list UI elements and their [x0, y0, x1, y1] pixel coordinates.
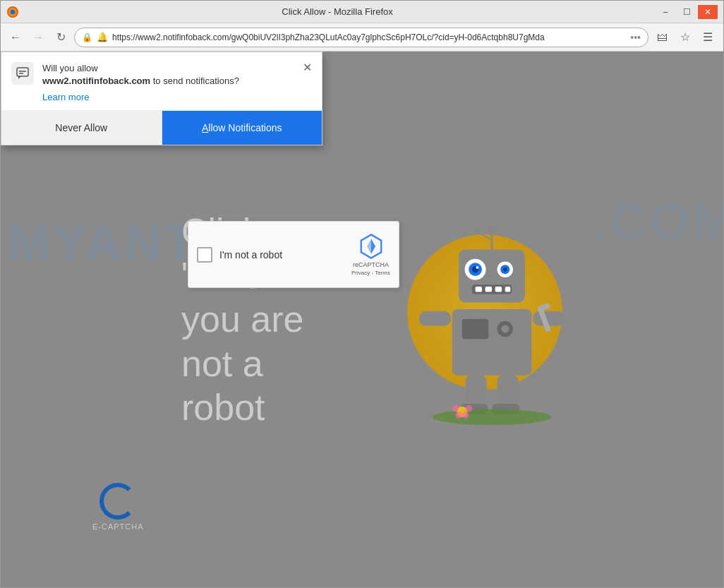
svg-point-11 [476, 266, 478, 269]
recaptcha-links: Privacy - Terms [351, 270, 390, 276]
popup-header: Will you allow www2.notifinfoback.com to… [1, 52, 322, 110]
bookmark-button[interactable]: ☆ [675, 28, 695, 47]
url-text: https://www2.notifinfoback.com/gwQ0biUV2… [112, 32, 626, 42]
svg-rect-29 [497, 376, 518, 409]
svg-rect-27 [538, 303, 550, 312]
address-bar: ← → ↻ 🔒 🔔 https://www2.notifinfoback.com… [1, 23, 723, 52]
svg-point-14 [503, 268, 507, 272]
recaptcha-brand-text: reCAPTCHA [353, 261, 389, 268]
notification-icon: 🔔 [97, 32, 108, 42]
svg-rect-38 [17, 68, 28, 76]
svg-rect-20 [452, 309, 532, 376]
popup-text-area: Will you allow www2.notifinfoback.com to… [42, 62, 312, 103]
svg-rect-16 [475, 287, 481, 293]
recaptcha-checkbox[interactable] [197, 247, 212, 263]
allow-underline-letter: A [202, 122, 208, 133]
ecaptcha-section: E-CAPTCHA [92, 483, 144, 531]
svg-line-5 [478, 234, 492, 240]
svg-rect-21 [462, 319, 489, 339]
more-info-button[interactable]: ••• [630, 32, 641, 43]
back-button[interactable]: ← [6, 28, 25, 47]
title-bar-controls: – ☐ ✕ [656, 5, 718, 19]
robot-svg [400, 213, 584, 425]
popup-buttons: Never Allow Allow Notifications [1, 110, 322, 145]
website-background: MYANTIVIRUS .COM Click "Allow" if you ar… [1, 52, 723, 587]
security-icon: 🔒 [82, 32, 92, 42]
svg-point-2 [11, 9, 16, 14]
svg-rect-17 [485, 287, 492, 293]
recaptcha-text: I'm not a robot [219, 249, 282, 260]
popup-to-send-text: to send notifications? [153, 76, 239, 86]
forward-button[interactable]: → [29, 28, 47, 47]
recaptcha-widget: I'm not a robot reCAPTCHA Privacy - Term… [188, 221, 399, 288]
reload-button[interactable]: ↻ [52, 28, 70, 47]
pocket-button[interactable]: 🜲 [653, 28, 672, 47]
svg-point-34 [452, 405, 459, 412]
browser-window: Click Allow - Mozilla Firefox – ☐ ✕ ← → … [0, 0, 724, 588]
ecaptcha-label: E-CAPTCHA [92, 522, 144, 531]
svg-rect-25 [533, 311, 565, 326]
svg-point-37 [462, 412, 469, 419]
recaptcha-left: I'm not a robot [197, 247, 282, 263]
svg-rect-19 [505, 287, 511, 293]
heading-line3: robot [181, 385, 365, 429]
address-bar-input[interactable]: 🔒 🔔 https://www2.notifinfoback.com/gwQ0b… [74, 28, 648, 47]
recaptcha-terms-link[interactable]: Terms [375, 270, 390, 276]
ecaptcha-logo-icon [99, 483, 136, 520]
svg-point-32 [433, 409, 552, 426]
chat-icon [16, 66, 30, 80]
svg-point-36 [455, 412, 461, 419]
watermark-right: .COM [593, 193, 723, 251]
title-bar-left [6, 6, 19, 18]
title-bar: Click Allow - Mozilla Firefox – ☐ ✕ [1, 1, 723, 23]
content-area: MYANTIVIRUS .COM Click "Allow" if you ar… [1, 52, 723, 587]
recaptcha-right: reCAPTCHA Privacy - Terms [351, 233, 390, 276]
popup-site-name: www2.notifinfoback.com [42, 76, 150, 86]
robot-illustration [393, 213, 543, 425]
firefox-icon [6, 6, 19, 18]
learn-more-link[interactable]: Learn more [42, 92, 89, 102]
popup-message-icon [11, 62, 34, 85]
recaptcha-privacy-link[interactable]: Privacy [351, 270, 370, 276]
heading-line2: you are not a [181, 297, 365, 385]
never-allow-button[interactable]: Never Allow [1, 111, 162, 145]
will-you-allow-text: Will you allow [42, 63, 98, 73]
menu-button[interactable]: ☰ [698, 28, 718, 47]
allow-notifications-button[interactable]: Allow Notifications [162, 111, 322, 145]
recaptcha-logo-icon [358, 233, 385, 260]
svg-rect-18 [495, 287, 502, 293]
notification-permission-popup: Will you allow www2.notifinfoback.com to… [1, 52, 322, 145]
svg-rect-24 [419, 311, 451, 326]
svg-rect-28 [465, 376, 486, 409]
svg-point-35 [465, 405, 471, 412]
toolbar-icons: 🜲 ☆ ☰ [653, 28, 718, 47]
svg-point-6 [473, 229, 480, 235]
popup-question-text: Will you allow www2.notifinfoback.com to… [42, 62, 312, 88]
svg-point-4 [488, 226, 495, 234]
minimize-button[interactable]: – [656, 5, 675, 19]
popup-close-button[interactable]: ✕ [299, 59, 315, 75]
maximize-button[interactable]: ☐ [677, 5, 696, 19]
browser-title: Click Allow - Mozilla Firefox [19, 6, 656, 17]
svg-point-23 [501, 325, 509, 333]
close-button[interactable]: ✕ [698, 5, 718, 19]
